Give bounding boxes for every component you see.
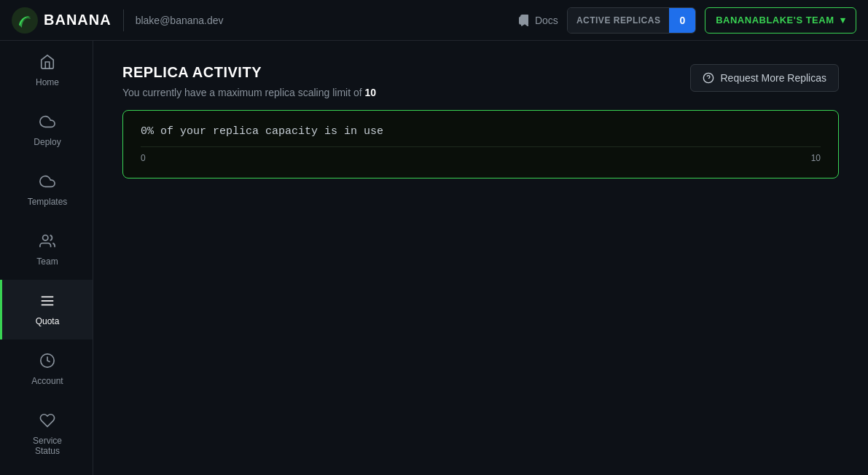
docs-icon bbox=[519, 15, 531, 26]
quota-icon bbox=[39, 293, 55, 312]
team-icon bbox=[39, 233, 55, 252]
main-layout: Home Deploy Templates bbox=[0, 41, 868, 475]
sidebar-item-quota-label: Quota bbox=[36, 316, 60, 326]
sidebar-item-deploy-label: Deploy bbox=[34, 137, 60, 147]
replica-scale: 0 10 bbox=[141, 146, 821, 163]
docs-link[interactable]: Docs bbox=[519, 15, 558, 26]
banana-logo-icon bbox=[12, 7, 38, 34]
header: BANANA blake@banana.dev Docs ACTIVE REPL… bbox=[0, 0, 868, 41]
service-status-icon bbox=[39, 412, 55, 431]
sidebar-item-account-label: Account bbox=[31, 376, 63, 386]
chevron-down-icon: ▾ bbox=[840, 15, 846, 25]
page-title-area: REPLICA ACTIVITY You currently have a ma… bbox=[122, 64, 376, 98]
sidebar-item-templates-label: Templates bbox=[28, 197, 68, 207]
replica-message: 0% of your replica capacity is in use bbox=[141, 125, 821, 138]
sidebar-item-deploy[interactable]: Deploy bbox=[0, 101, 93, 160]
active-replicas-count: 0 bbox=[669, 8, 695, 33]
team-button-label: BANANABLAKE'S TEAM bbox=[716, 15, 834, 25]
sidebar-item-service-status-label: ServiceStatus bbox=[33, 436, 62, 456]
active-replicas-label: ACTIVE REPLICAS bbox=[568, 8, 670, 33]
sidebar-item-service-status[interactable]: ServiceStatus bbox=[0, 399, 93, 469]
page-subtitle: You currently have a maximum replica sca… bbox=[122, 87, 376, 98]
sidebar-item-team[interactable]: Team bbox=[0, 220, 93, 280]
docs-label: Docs bbox=[535, 15, 558, 26]
user-email: blake@banana.dev bbox=[136, 15, 224, 26]
logo-area: BANANA bbox=[12, 7, 112, 34]
header-right: Docs ACTIVE REPLICAS 0 BANANABLAKE'S TEA… bbox=[519, 7, 856, 34]
sidebar: Home Deploy Templates bbox=[0, 41, 93, 475]
header-divider bbox=[123, 9, 124, 31]
sidebar-item-quota[interactable]: Quota bbox=[0, 280, 93, 339]
page-title: REPLICA ACTIVITY bbox=[122, 64, 376, 81]
request-more-replicas-button[interactable]: Request More Replicas bbox=[690, 64, 839, 92]
sidebar-item-home[interactable]: Home bbox=[0, 41, 93, 101]
scale-max: 10 bbox=[811, 153, 821, 163]
content-header: REPLICA ACTIVITY You currently have a ma… bbox=[122, 64, 839, 98]
svg-point-0 bbox=[12, 7, 38, 34]
home-icon bbox=[39, 54, 55, 73]
sidebar-item-home-label: Home bbox=[36, 77, 59, 87]
account-icon bbox=[39, 353, 55, 372]
request-button-label: Request More Replicas bbox=[720, 72, 826, 84]
sidebar-item-account[interactable]: Account bbox=[0, 339, 93, 399]
logo-text: BANANA bbox=[44, 12, 112, 28]
replica-activity-box: 0% of your replica capacity is in use 0 … bbox=[122, 110, 839, 178]
subtitle-prefix: You currently have a maximum replica sca… bbox=[122, 87, 365, 98]
main-content: REPLICA ACTIVITY You currently have a ma… bbox=[93, 41, 868, 475]
deploy-icon bbox=[39, 114, 55, 133]
scale-min: 0 bbox=[141, 153, 146, 163]
help-circle-icon bbox=[703, 72, 714, 84]
active-replicas-button[interactable]: ACTIVE REPLICAS 0 bbox=[567, 7, 696, 34]
templates-icon bbox=[39, 173, 55, 192]
sidebar-item-team-label: Team bbox=[36, 256, 58, 267]
subtitle-limit: 10 bbox=[365, 87, 377, 98]
sidebar-item-templates[interactable]: Templates bbox=[0, 160, 93, 220]
team-button[interactable]: BANANABLAKE'S TEAM ▾ bbox=[705, 7, 856, 34]
svg-point-1 bbox=[43, 235, 48, 240]
